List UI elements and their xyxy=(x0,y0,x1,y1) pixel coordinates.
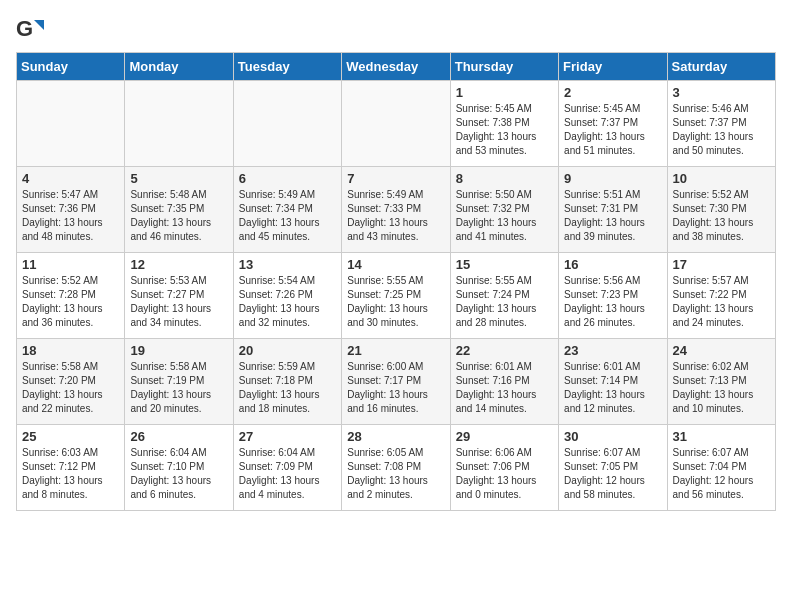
day-number: 15 xyxy=(456,257,553,272)
day-info: Sunrise: 5:51 AM Sunset: 7:31 PM Dayligh… xyxy=(564,188,661,244)
day-number: 10 xyxy=(673,171,770,186)
day-info: Sunrise: 5:52 AM Sunset: 7:28 PM Dayligh… xyxy=(22,274,119,330)
day-number: 24 xyxy=(673,343,770,358)
weekday-header-tuesday: Tuesday xyxy=(233,53,341,81)
calendar-cell: 23Sunrise: 6:01 AM Sunset: 7:14 PM Dayli… xyxy=(559,339,667,425)
calendar-cell: 14Sunrise: 5:55 AM Sunset: 7:25 PM Dayli… xyxy=(342,253,450,339)
svg-marker-1 xyxy=(34,20,44,30)
calendar-cell xyxy=(342,81,450,167)
day-number: 12 xyxy=(130,257,227,272)
day-number: 7 xyxy=(347,171,444,186)
calendar-cell: 29Sunrise: 6:06 AM Sunset: 7:06 PM Dayli… xyxy=(450,425,558,511)
day-number: 9 xyxy=(564,171,661,186)
day-number: 29 xyxy=(456,429,553,444)
calendar-cell: 30Sunrise: 6:07 AM Sunset: 7:05 PM Dayli… xyxy=(559,425,667,511)
day-number: 28 xyxy=(347,429,444,444)
calendar-cell: 27Sunrise: 6:04 AM Sunset: 7:09 PM Dayli… xyxy=(233,425,341,511)
calendar-cell: 25Sunrise: 6:03 AM Sunset: 7:12 PM Dayli… xyxy=(17,425,125,511)
day-info: Sunrise: 6:01 AM Sunset: 7:14 PM Dayligh… xyxy=(564,360,661,416)
day-number: 14 xyxy=(347,257,444,272)
day-number: 22 xyxy=(456,343,553,358)
calendar-cell: 6Sunrise: 5:49 AM Sunset: 7:34 PM Daylig… xyxy=(233,167,341,253)
day-number: 30 xyxy=(564,429,661,444)
calendar-cell xyxy=(17,81,125,167)
weekday-header-friday: Friday xyxy=(559,53,667,81)
weekday-header-saturday: Saturday xyxy=(667,53,775,81)
day-info: Sunrise: 5:54 AM Sunset: 7:26 PM Dayligh… xyxy=(239,274,336,330)
calendar-cell: 11Sunrise: 5:52 AM Sunset: 7:28 PM Dayli… xyxy=(17,253,125,339)
day-number: 6 xyxy=(239,171,336,186)
weekday-header-wednesday: Wednesday xyxy=(342,53,450,81)
day-info: Sunrise: 5:50 AM Sunset: 7:32 PM Dayligh… xyxy=(456,188,553,244)
calendar-table: SundayMondayTuesdayWednesdayThursdayFrid… xyxy=(16,52,776,511)
calendar-cell: 19Sunrise: 5:58 AM Sunset: 7:19 PM Dayli… xyxy=(125,339,233,425)
calendar-cell: 2Sunrise: 5:45 AM Sunset: 7:37 PM Daylig… xyxy=(559,81,667,167)
day-info: Sunrise: 6:06 AM Sunset: 7:06 PM Dayligh… xyxy=(456,446,553,502)
day-number: 4 xyxy=(22,171,119,186)
calendar-cell: 7Sunrise: 5:49 AM Sunset: 7:33 PM Daylig… xyxy=(342,167,450,253)
calendar-cell: 31Sunrise: 6:07 AM Sunset: 7:04 PM Dayli… xyxy=(667,425,775,511)
logo-icon: G xyxy=(16,16,44,44)
calendar-cell: 9Sunrise: 5:51 AM Sunset: 7:31 PM Daylig… xyxy=(559,167,667,253)
calendar-cell: 24Sunrise: 6:02 AM Sunset: 7:13 PM Dayli… xyxy=(667,339,775,425)
calendar-cell xyxy=(233,81,341,167)
day-info: Sunrise: 5:52 AM Sunset: 7:30 PM Dayligh… xyxy=(673,188,770,244)
calendar-cell: 18Sunrise: 5:58 AM Sunset: 7:20 PM Dayli… xyxy=(17,339,125,425)
day-info: Sunrise: 5:58 AM Sunset: 7:19 PM Dayligh… xyxy=(130,360,227,416)
weekday-header-monday: Monday xyxy=(125,53,233,81)
day-info: Sunrise: 6:01 AM Sunset: 7:16 PM Dayligh… xyxy=(456,360,553,416)
day-number: 25 xyxy=(22,429,119,444)
weekday-header-thursday: Thursday xyxy=(450,53,558,81)
day-info: Sunrise: 5:45 AM Sunset: 7:38 PM Dayligh… xyxy=(456,102,553,158)
calendar-cell: 28Sunrise: 6:05 AM Sunset: 7:08 PM Dayli… xyxy=(342,425,450,511)
day-info: Sunrise: 6:02 AM Sunset: 7:13 PM Dayligh… xyxy=(673,360,770,416)
day-number: 1 xyxy=(456,85,553,100)
calendar-cell: 20Sunrise: 5:59 AM Sunset: 7:18 PM Dayli… xyxy=(233,339,341,425)
calendar-cell: 22Sunrise: 6:01 AM Sunset: 7:16 PM Dayli… xyxy=(450,339,558,425)
day-info: Sunrise: 5:46 AM Sunset: 7:37 PM Dayligh… xyxy=(673,102,770,158)
day-info: Sunrise: 6:00 AM Sunset: 7:17 PM Dayligh… xyxy=(347,360,444,416)
day-number: 17 xyxy=(673,257,770,272)
day-info: Sunrise: 6:03 AM Sunset: 7:12 PM Dayligh… xyxy=(22,446,119,502)
day-number: 5 xyxy=(130,171,227,186)
calendar-cell: 4Sunrise: 5:47 AM Sunset: 7:36 PM Daylig… xyxy=(17,167,125,253)
day-info: Sunrise: 5:55 AM Sunset: 7:24 PM Dayligh… xyxy=(456,274,553,330)
day-number: 16 xyxy=(564,257,661,272)
day-number: 2 xyxy=(564,85,661,100)
weekday-header-sunday: Sunday xyxy=(17,53,125,81)
day-number: 21 xyxy=(347,343,444,358)
day-number: 18 xyxy=(22,343,119,358)
day-number: 20 xyxy=(239,343,336,358)
calendar-cell xyxy=(125,81,233,167)
day-info: Sunrise: 5:58 AM Sunset: 7:20 PM Dayligh… xyxy=(22,360,119,416)
calendar-cell: 8Sunrise: 5:50 AM Sunset: 7:32 PM Daylig… xyxy=(450,167,558,253)
day-number: 27 xyxy=(239,429,336,444)
calendar-cell: 10Sunrise: 5:52 AM Sunset: 7:30 PM Dayli… xyxy=(667,167,775,253)
day-info: Sunrise: 5:48 AM Sunset: 7:35 PM Dayligh… xyxy=(130,188,227,244)
day-number: 13 xyxy=(239,257,336,272)
day-info: Sunrise: 5:59 AM Sunset: 7:18 PM Dayligh… xyxy=(239,360,336,416)
day-info: Sunrise: 5:49 AM Sunset: 7:34 PM Dayligh… xyxy=(239,188,336,244)
calendar-cell: 16Sunrise: 5:56 AM Sunset: 7:23 PM Dayli… xyxy=(559,253,667,339)
calendar-cell: 17Sunrise: 5:57 AM Sunset: 7:22 PM Dayli… xyxy=(667,253,775,339)
day-info: Sunrise: 6:07 AM Sunset: 7:05 PM Dayligh… xyxy=(564,446,661,502)
calendar-cell: 1Sunrise: 5:45 AM Sunset: 7:38 PM Daylig… xyxy=(450,81,558,167)
logo: G xyxy=(16,16,48,44)
day-number: 8 xyxy=(456,171,553,186)
day-info: Sunrise: 6:04 AM Sunset: 7:10 PM Dayligh… xyxy=(130,446,227,502)
day-info: Sunrise: 6:04 AM Sunset: 7:09 PM Dayligh… xyxy=(239,446,336,502)
header: G xyxy=(16,16,776,44)
day-info: Sunrise: 5:45 AM Sunset: 7:37 PM Dayligh… xyxy=(564,102,661,158)
day-info: Sunrise: 6:05 AM Sunset: 7:08 PM Dayligh… xyxy=(347,446,444,502)
calendar-cell: 13Sunrise: 5:54 AM Sunset: 7:26 PM Dayli… xyxy=(233,253,341,339)
day-number: 26 xyxy=(130,429,227,444)
svg-text:G: G xyxy=(16,16,33,41)
day-info: Sunrise: 5:47 AM Sunset: 7:36 PM Dayligh… xyxy=(22,188,119,244)
calendar-cell: 26Sunrise: 6:04 AM Sunset: 7:10 PM Dayli… xyxy=(125,425,233,511)
day-number: 11 xyxy=(22,257,119,272)
day-number: 31 xyxy=(673,429,770,444)
calendar-cell: 3Sunrise: 5:46 AM Sunset: 7:37 PM Daylig… xyxy=(667,81,775,167)
day-info: Sunrise: 5:53 AM Sunset: 7:27 PM Dayligh… xyxy=(130,274,227,330)
day-info: Sunrise: 5:56 AM Sunset: 7:23 PM Dayligh… xyxy=(564,274,661,330)
day-info: Sunrise: 6:07 AM Sunset: 7:04 PM Dayligh… xyxy=(673,446,770,502)
